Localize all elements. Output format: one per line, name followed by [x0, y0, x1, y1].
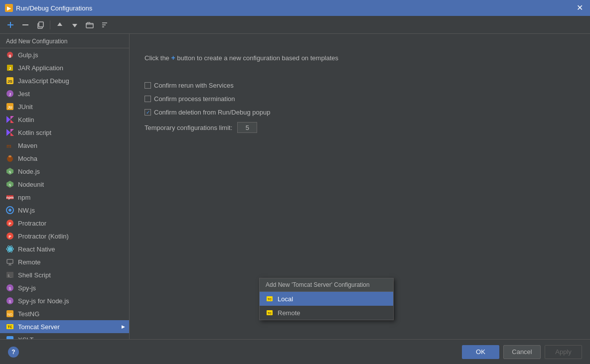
cb-deletion-text: Confirm deletion from Run/Debug popup	[154, 109, 270, 116]
help-button[interactable]: ?	[8, 347, 19, 358]
move-up-button[interactable]	[53, 18, 66, 31]
remote-icon	[6, 258, 14, 266]
jar-icon: J	[6, 64, 14, 72]
sidebar-item-spy-js-node[interactable]: S Spy-js for Node.js	[0, 294, 129, 307]
move-down-icon	[71, 21, 79, 29]
dialog-title: Run/Debug Configurations	[16, 4, 92, 12]
move-to-folder-button[interactable]	[83, 18, 96, 31]
protractor-kotlin-label: Protractor (Kotlin)	[18, 233, 123, 240]
cb-deletion[interactable]	[145, 109, 151, 116]
sidebar-item-nodeunit[interactable]: N Nodeunit	[0, 178, 129, 191]
sidebar-item-remote[interactable]: Remote	[0, 255, 129, 268]
cancel-button[interactable]: Cancel	[503, 345, 541, 359]
add-icon	[6, 21, 14, 29]
sidebar-item-jar[interactable]: J JAR Application	[0, 61, 129, 74]
temp-limit-input[interactable]	[237, 122, 257, 133]
svg-text:TC: TC	[268, 298, 272, 301]
svg-text:N: N	[8, 170, 11, 174]
sidebar-item-xslt[interactable]: XS XSLT	[0, 333, 129, 339]
sidebar-item-maven[interactable]: m Maven	[0, 139, 129, 152]
kotlin-script-icon	[6, 128, 14, 136]
cb-deletion-label[interactable]: Confirm deletion from Run/Debug popup	[145, 109, 270, 116]
sidebar-item-protractor-kotlin[interactable]: P Protractor (Kotlin)	[0, 230, 129, 243]
svg-text:P: P	[8, 222, 11, 226]
sidebar-item-jest[interactable]: J Jest	[0, 87, 129, 100]
copy-icon	[36, 21, 44, 29]
settings-row-services: Confirm rerun with Services	[145, 82, 575, 89]
cb-services-label[interactable]: Confirm rerun with Services	[145, 82, 234, 89]
cb-services[interactable]	[145, 82, 151, 89]
svg-text:S: S	[8, 299, 11, 304]
maven-icon: m	[6, 141, 14, 149]
sidebar-item-spy-js[interactable]: S Spy-js	[0, 281, 129, 294]
sidebar-item-junit[interactable]: JU JUnit	[0, 100, 129, 113]
toolbar-separator-1	[50, 20, 50, 29]
spy-js-node-icon: S	[6, 297, 14, 305]
sort-button[interactable]	[98, 18, 111, 31]
add-config-button[interactable]	[4, 18, 17, 31]
spy-js-icon: S	[6, 284, 14, 292]
sidebar-item-shell-script[interactable]: $_ Shell Script	[0, 268, 129, 281]
sidebar-item-react-native[interactable]: React Native	[0, 243, 129, 255]
sidebar-item-protractor[interactable]: P Protractor	[0, 217, 129, 230]
submenu-item-remote[interactable]: TC Remote	[260, 306, 393, 320]
sidebar-item-nwjs[interactable]: NW.js	[0, 204, 129, 217]
close-button[interactable]: ✕	[575, 4, 585, 12]
submenu-item-local[interactable]: TC Local	[260, 292, 393, 306]
sidebar-item-mocha[interactable]: Mocha	[0, 152, 129, 165]
svg-rect-4	[39, 22, 43, 27]
node-label: Node.js	[18, 168, 123, 175]
move-down-button[interactable]	[68, 18, 81, 31]
junit-icon: JU	[6, 103, 14, 111]
svg-point-29	[8, 155, 11, 157]
svg-text:npm: npm	[6, 196, 14, 200]
sidebar-item-gulp[interactable]: g Gulp.js	[0, 48, 129, 61]
submenu-header: Add New 'Tomcat Server' Configuration	[260, 278, 393, 292]
sidebar-item-js-debug[interactable]: JS JavaScript Debug	[0, 74, 129, 87]
svg-rect-1	[7, 24, 13, 25]
apply-button[interactable]: Apply	[545, 345, 582, 359]
settings-row-temp-limit: Temporary configurations limit:	[145, 122, 575, 133]
sidebar-item-npm[interactable]: npm npm	[0, 191, 129, 204]
ok-button[interactable]: OK	[462, 345, 499, 359]
tomcat-icon: TC	[6, 323, 14, 331]
nwjs-label: NW.js	[18, 207, 123, 214]
cb-termination[interactable]	[145, 96, 151, 102]
title-bar-left: ▶ Run/Debug Configurations	[5, 4, 92, 12]
svg-marker-6	[72, 24, 77, 27]
sidebar-item-kotlin[interactable]: Kotlin	[0, 113, 129, 126]
svg-point-42	[9, 248, 11, 250]
protractor-kotlin-icon: P	[6, 232, 14, 240]
sidebar-item-node[interactable]: N Node.js	[0, 165, 129, 178]
run-debug-dialog: ▶ Run/Debug Configurations ✕	[0, 0, 590, 364]
sidebar-item-tomcat[interactable]: TC Tomcat Server	[0, 320, 129, 333]
svg-text:TC: TC	[268, 312, 272, 315]
footer-right: OK Cancel Apply	[462, 345, 582, 359]
copy-config-button[interactable]	[34, 18, 47, 31]
svg-text:J: J	[9, 93, 11, 96]
cb-termination-label[interactable]: Confirm process termination	[145, 95, 235, 103]
js-debug-label: JavaScript Debug	[18, 77, 123, 85]
svg-text:XS: XS	[7, 339, 12, 339]
gulp-icon: g	[6, 51, 14, 59]
gulp-label: Gulp.js	[18, 51, 123, 59]
submenu-popup: Add New 'Tomcat Server' Configuration TC…	[259, 278, 394, 320]
svg-marker-5	[57, 22, 62, 26]
spy-js-node-label: Spy-js for Node.js	[18, 297, 123, 305]
protractor-icon: P	[6, 219, 14, 227]
submenu-local-label: Local	[278, 295, 293, 303]
sidebar-item-kotlin-script[interactable]: Kotlin script	[0, 126, 129, 139]
app-icon: ▶	[5, 4, 13, 12]
jest-label: Jest	[18, 90, 123, 98]
remove-config-button[interactable]	[19, 18, 32, 31]
mocha-icon	[6, 154, 14, 162]
sidebar-item-testng[interactable]: NG TestNG	[0, 307, 129, 320]
content-message: Click the + button to create a new confi…	[145, 54, 575, 62]
svg-text:NG: NG	[7, 313, 13, 316]
svg-text:P: P	[8, 235, 11, 239]
footer-left: ?	[8, 347, 19, 358]
title-bar: ▶ Run/Debug Configurations ✕	[0, 0, 590, 16]
kotlin-icon	[6, 116, 14, 123]
settings-section: Confirm rerun with Services Confirm proc…	[145, 82, 575, 139]
sort-icon	[101, 21, 109, 29]
